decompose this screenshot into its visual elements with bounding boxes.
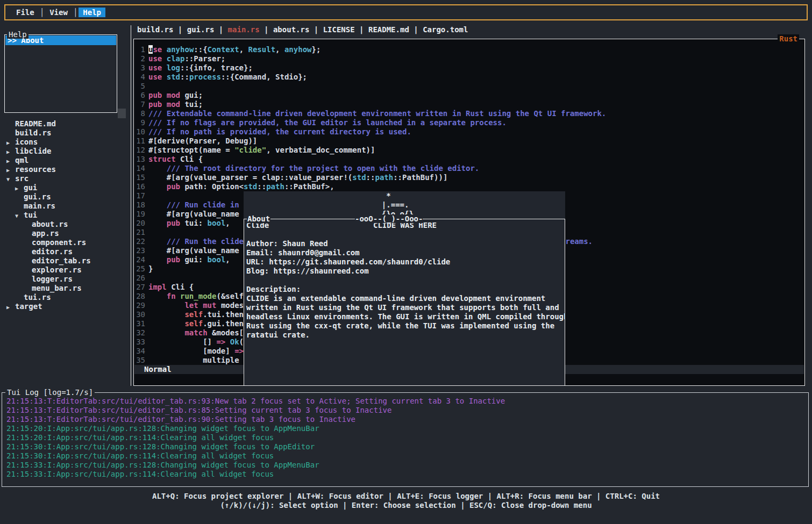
- tab-separator: |: [355, 25, 368, 34]
- tab-main-rs[interactable]: main.rs: [228, 25, 260, 34]
- code-line: 4use std::process::{Command, Stdio};: [134, 73, 804, 82]
- code-token: =>: [216, 338, 230, 346]
- tree-item-explorer-rs[interactable]: explorer.rs: [0, 265, 129, 275]
- code-token: use: [148, 54, 167, 63]
- log-line: 21:15:13:T:EditorTab:src/tui/editor_tab.…: [6, 406, 808, 415]
- log-line: 21:15:20:I:App:src/tui/app.rs:128:Changi…: [6, 424, 808, 433]
- help-dropdown-title: Help: [7, 30, 29, 39]
- code-token: use: [148, 73, 167, 81]
- code-token: std: [244, 182, 257, 191]
- tree-item-libclide[interactable]: ▶libclide: [0, 147, 129, 156]
- tree-item-build-rs[interactable]: build.rs: [0, 128, 129, 138]
- line-number: 6: [134, 91, 145, 100]
- menu-item-view[interactable]: View: [45, 8, 72, 17]
- tab-about-rs[interactable]: about.rs: [273, 25, 309, 34]
- chevron-right-icon: ▶: [6, 138, 10, 147]
- tui-log-panel[interactable]: Tui Log [log=1.7/s] 21:15:13:T:EditorTab…: [2, 392, 809, 487]
- menu-separator: │: [72, 8, 79, 17]
- code-token: };: [312, 45, 321, 54]
- tree-item-tui[interactable]: ▼tui: [0, 211, 129, 220]
- code-token: modes: [221, 301, 244, 310]
- tree-item-label: explorer.rs: [32, 265, 82, 274]
- code-line: 15 #[arg(value_parser = clap::value_pars…: [134, 173, 804, 182]
- code-line: 3use log::{info, trace};: [134, 63, 804, 73]
- tree-item-app-rs[interactable]: app.rs: [0, 229, 129, 238]
- tree-item-icons[interactable]: ▶icons: [0, 138, 129, 147]
- line-number: 24: [134, 255, 145, 264]
- project-explorer: README.mdbuild.rs▶icons▶libclide▶qml▶res…: [0, 119, 129, 311]
- code-token: tui;: [184, 100, 203, 109]
- code-token: /// If no path is provided, the current …: [148, 127, 411, 136]
- code-token: path: [266, 182, 284, 191]
- tab-readme-md[interactable]: README.md: [368, 25, 409, 34]
- line-number: 34: [134, 347, 145, 356]
- code-token: [148, 292, 167, 300]
- tab-build-rs[interactable]: build.rs: [137, 25, 173, 34]
- code-line: 16 pub path: Option<std::path::PathBuf>,: [134, 182, 804, 191]
- chevron-down-icon: ▼: [15, 211, 18, 220]
- line-number: 33: [134, 338, 145, 347]
- explorer-right-border: [131, 25, 131, 386]
- code-token: log: [167, 63, 180, 72]
- tree-item-resources[interactable]: ▶resources: [0, 165, 129, 174]
- tree-item-label: README.md: [15, 119, 56, 128]
- line-number: 18: [134, 200, 145, 210]
- menu-item-file[interactable]: File: [12, 8, 39, 17]
- tree-item-label: logger.rs: [32, 275, 73, 283]
- tree-item-label: target: [15, 302, 42, 311]
- code-line: 9/// If no flags are provided, the GUI e…: [134, 118, 804, 127]
- line-number: 2: [134, 54, 145, 63]
- code-token: }: [148, 264, 153, 273]
- code-token: /// If no flags are provided, the GUI ed…: [148, 118, 507, 127]
- code-token: .tui.then(: [203, 310, 248, 319]
- menu-separator: │: [39, 8, 45, 17]
- tree-item-label: menu_bar.rs: [32, 284, 82, 292]
- tree-item-component-rs[interactable]: component.rs: [0, 238, 129, 247]
- tree-item-label: resources: [15, 165, 56, 174]
- code-token: .gui.then(: [203, 319, 248, 328]
- chevron-down-icon: ▼: [6, 175, 10, 184]
- code-token: /// Run the clide: [148, 237, 248, 246]
- code-token: [148, 319, 184, 328]
- code-token: [148, 182, 167, 191]
- tree-item-src[interactable]: ▼src: [0, 174, 129, 183]
- code-token: gui:: [184, 255, 207, 264]
- tree-item-label: main.rs: [24, 202, 55, 210]
- mode-label: Normal: [144, 365, 172, 374]
- line-number: 30: [134, 310, 145, 319]
- tree-item-editor_tab-rs[interactable]: editor_tab.rs: [0, 256, 129, 265]
- tree-item-gui-rs[interactable]: gui.rs: [0, 192, 129, 202]
- tree-item-qml[interactable]: ▶qml: [0, 156, 129, 165]
- chevron-right-icon: ▶: [6, 156, 10, 166]
- app-window: File│View│Help Help >> About README.mdbu…: [0, 0, 812, 524]
- tree-item-label: gui.rs: [24, 192, 51, 201]
- tree-item-logger-rs[interactable]: logger.rs: [0, 275, 129, 284]
- keybind-help-line-2: (↑/k)/(↓/j): Select option | Enter: Choo…: [0, 501, 812, 510]
- line-number: 4: [134, 73, 145, 82]
- code-token: ,: [225, 219, 230, 227]
- line-number: 25: [134, 264, 145, 274]
- code-token: pub mod: [148, 100, 184, 109]
- line-number: 9: [134, 118, 145, 127]
- tree-item-readme-md[interactable]: README.md: [0, 119, 129, 128]
- tree-item-gui[interactable]: ▶gui: [0, 183, 129, 192]
- log-line: 21:15:33:I:App:src/tui/app.rs:128:Changi…: [6, 461, 808, 470]
- tab-license[interactable]: LICENSE: [323, 25, 355, 34]
- log-line: 21:15:33:I:App:src/tui/app.rs:114:Cleari…: [6, 470, 808, 479]
- line-number: 35: [134, 356, 145, 365]
- about-popup-box: About -ooO--(_)--Ooo- Clide CLIDE WAS HE…: [244, 219, 565, 386]
- tab-gui-rs[interactable]: gui.rs: [187, 25, 215, 34]
- code-token: self: [184, 319, 203, 328]
- menu-item-help[interactable]: Help: [79, 8, 105, 17]
- code-token: ::PathBuf>,: [284, 182, 334, 191]
- tree-item-target[interactable]: ▶target: [0, 302, 129, 311]
- tree-item-menu_bar-rs[interactable]: menu_bar.rs: [0, 284, 129, 293]
- tree-item-editor-rs[interactable]: editor.rs: [0, 247, 129, 256]
- code-token: #[arg(value_name =: [148, 210, 248, 218]
- tree-item-tui-rs[interactable]: tui.rs: [0, 293, 129, 302]
- tree-item-about-rs[interactable]: about.rs: [0, 220, 129, 229]
- explorer-scrollbar-thumb[interactable]: [118, 109, 126, 118]
- tree-item-main-rs[interactable]: main.rs: [0, 202, 129, 211]
- tab-cargo-toml[interactable]: Cargo.toml: [423, 25, 468, 34]
- tree-item-label: editor_tab.rs: [32, 256, 91, 265]
